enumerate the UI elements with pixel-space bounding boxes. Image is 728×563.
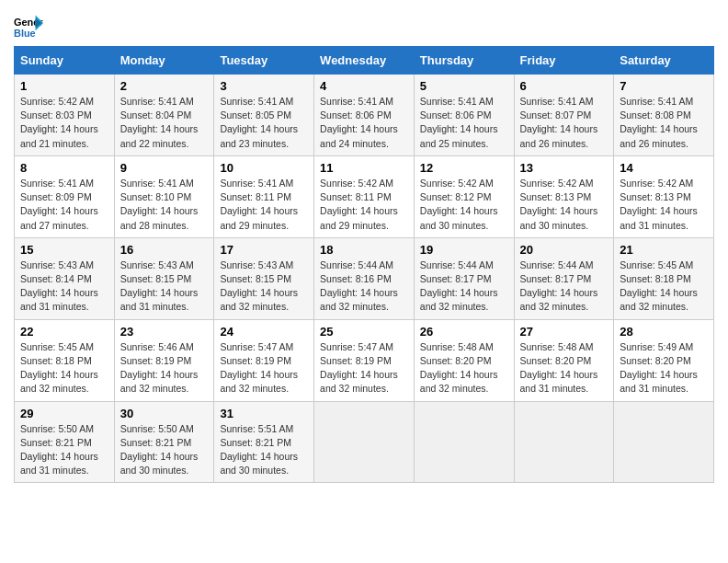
day-number: 13 <box>520 161 609 175</box>
day-number: 15 <box>20 243 108 257</box>
day-number: 11 <box>320 161 408 175</box>
day-cell-19: 19 Sunrise: 5:44 AMSunset: 8:17 PMDaylig… <box>414 237 514 319</box>
day-info: Sunrise: 5:41 AMSunset: 8:05 PMDaylight:… <box>220 96 298 149</box>
svg-text:Blue: Blue <box>14 28 36 39</box>
day-number: 27 <box>520 325 609 339</box>
day-number: 23 <box>120 325 209 339</box>
day-cell-1: 1 Sunrise: 5:42 AMSunset: 8:03 PMDayligh… <box>15 75 115 156</box>
day-info: Sunrise: 5:44 AMSunset: 8:17 PMDaylight:… <box>420 259 498 313</box>
day-number: 14 <box>620 161 708 175</box>
day-number: 7 <box>620 79 708 93</box>
day-info: Sunrise: 5:45 AMSunset: 8:18 PMDaylight:… <box>620 259 698 313</box>
day-info: Sunrise: 5:43 AMSunset: 8:15 PMDaylight:… <box>120 259 199 313</box>
header-day-sunday: Sunday <box>15 47 115 75</box>
day-info: Sunrise: 5:46 AMSunset: 8:19 PMDaylight:… <box>120 341 199 395</box>
day-info: Sunrise: 5:41 AMSunset: 8:07 PMDaylight:… <box>520 96 598 149</box>
day-info: Sunrise: 5:42 AMSunset: 8:13 PMDaylight:… <box>520 178 598 231</box>
day-cell-8: 8 Sunrise: 5:41 AMSunset: 8:09 PMDayligh… <box>15 155 115 237</box>
day-cell-16: 16 Sunrise: 5:43 AMSunset: 8:15 PMDaylig… <box>114 237 214 319</box>
header-day-tuesday: Tuesday <box>214 47 314 75</box>
day-number: 8 <box>20 161 108 175</box>
empty-cell <box>414 401 514 483</box>
day-info: Sunrise: 5:50 AMSunset: 8:21 PMDaylight:… <box>120 423 199 477</box>
day-number: 6 <box>520 79 609 93</box>
header: General Blue <box>14 9 714 40</box>
day-number: 19 <box>420 243 508 257</box>
day-number: 21 <box>620 243 708 257</box>
day-number: 20 <box>520 243 609 257</box>
day-cell-2: 2 Sunrise: 5:41 AMSunset: 8:04 PMDayligh… <box>114 75 214 156</box>
logo: General Blue <box>14 15 43 40</box>
header-day-saturday: Saturday <box>614 47 714 75</box>
header-day-friday: Friday <box>514 47 614 75</box>
day-info: Sunrise: 5:41 AMSunset: 8:04 PMDaylight:… <box>120 96 199 149</box>
day-cell-28: 28 Sunrise: 5:49 AMSunset: 8:20 PMDaylig… <box>614 319 714 401</box>
calendar-week-5: 29 Sunrise: 5:50 AMSunset: 8:21 PMDaylig… <box>15 401 714 483</box>
day-number: 10 <box>220 161 308 175</box>
day-number: 1 <box>20 79 108 93</box>
day-info: Sunrise: 5:49 AMSunset: 8:20 PMDaylight:… <box>620 341 698 395</box>
header-day-thursday: Thursday <box>414 47 514 75</box>
day-cell-17: 17 Sunrise: 5:43 AMSunset: 8:15 PMDaylig… <box>214 237 314 319</box>
day-cell-22: 22 Sunrise: 5:45 AMSunset: 8:18 PMDaylig… <box>15 319 115 401</box>
calendar-table: SundayMondayTuesdayWednesdayThursdayFrid… <box>14 46 714 483</box>
calendar-body: 1 Sunrise: 5:42 AMSunset: 8:03 PMDayligh… <box>15 75 714 483</box>
day-info: Sunrise: 5:43 AMSunset: 8:15 PMDaylight:… <box>220 259 298 313</box>
logo-icon: General Blue <box>14 15 43 40</box>
day-info: Sunrise: 5:51 AMSunset: 8:21 PMDaylight:… <box>220 423 298 477</box>
day-number: 2 <box>120 79 209 93</box>
day-info: Sunrise: 5:43 AMSunset: 8:14 PMDaylight:… <box>20 259 98 313</box>
day-cell-15: 15 Sunrise: 5:43 AMSunset: 8:14 PMDaylig… <box>15 237 115 319</box>
day-info: Sunrise: 5:41 AMSunset: 8:06 PMDaylight:… <box>320 96 398 149</box>
day-number: 24 <box>220 325 308 339</box>
day-info: Sunrise: 5:41 AMSunset: 8:10 PMDaylight:… <box>120 178 199 231</box>
day-cell-7: 7 Sunrise: 5:41 AMSunset: 8:08 PMDayligh… <box>614 75 714 156</box>
day-info: Sunrise: 5:42 AMSunset: 8:13 PMDaylight:… <box>620 178 698 231</box>
day-info: Sunrise: 5:41 AMSunset: 8:08 PMDaylight:… <box>620 96 698 149</box>
header-day-wednesday: Wednesday <box>314 47 415 75</box>
day-info: Sunrise: 5:47 AMSunset: 8:19 PMDaylight:… <box>320 341 398 395</box>
day-cell-26: 26 Sunrise: 5:48 AMSunset: 8:20 PMDaylig… <box>414 319 514 401</box>
day-cell-29: 29 Sunrise: 5:50 AMSunset: 8:21 PMDaylig… <box>15 401 115 483</box>
day-cell-9: 9 Sunrise: 5:41 AMSunset: 8:10 PMDayligh… <box>114 155 214 237</box>
empty-cell <box>614 401 714 483</box>
day-info: Sunrise: 5:45 AMSunset: 8:18 PMDaylight:… <box>20 341 98 395</box>
day-number: 16 <box>120 243 209 257</box>
day-cell-5: 5 Sunrise: 5:41 AMSunset: 8:06 PMDayligh… <box>414 75 514 156</box>
day-number: 25 <box>320 325 408 339</box>
day-cell-6: 6 Sunrise: 5:41 AMSunset: 8:07 PMDayligh… <box>514 75 614 156</box>
day-number: 28 <box>620 325 708 339</box>
day-cell-24: 24 Sunrise: 5:47 AMSunset: 8:19 PMDaylig… <box>214 319 314 401</box>
day-number: 26 <box>420 325 508 339</box>
day-cell-12: 12 Sunrise: 5:42 AMSunset: 8:12 PMDaylig… <box>414 155 514 237</box>
day-cell-21: 21 Sunrise: 5:45 AMSunset: 8:18 PMDaylig… <box>614 237 714 319</box>
day-info: Sunrise: 5:41 AMSunset: 8:06 PMDaylight:… <box>420 96 498 149</box>
day-cell-4: 4 Sunrise: 5:41 AMSunset: 8:06 PMDayligh… <box>314 75 415 156</box>
calendar-week-2: 8 Sunrise: 5:41 AMSunset: 8:09 PMDayligh… <box>15 155 714 237</box>
empty-cell <box>314 401 415 483</box>
day-number: 17 <box>220 243 308 257</box>
calendar-header: SundayMondayTuesdayWednesdayThursdayFrid… <box>15 47 714 75</box>
day-info: Sunrise: 5:41 AMSunset: 8:11 PMDaylight:… <box>220 178 298 231</box>
day-number: 9 <box>120 161 209 175</box>
calendar-week-4: 22 Sunrise: 5:45 AMSunset: 8:18 PMDaylig… <box>15 319 714 401</box>
day-number: 3 <box>220 79 308 93</box>
day-cell-23: 23 Sunrise: 5:46 AMSunset: 8:19 PMDaylig… <box>114 319 214 401</box>
empty-cell <box>514 401 614 483</box>
day-cell-14: 14 Sunrise: 5:42 AMSunset: 8:13 PMDaylig… <box>614 155 714 237</box>
day-number: 5 <box>420 79 508 93</box>
day-info: Sunrise: 5:50 AMSunset: 8:21 PMDaylight:… <box>20 423 98 477</box>
day-cell-18: 18 Sunrise: 5:44 AMSunset: 8:16 PMDaylig… <box>314 237 415 319</box>
day-cell-25: 25 Sunrise: 5:47 AMSunset: 8:19 PMDaylig… <box>314 319 415 401</box>
day-info: Sunrise: 5:42 AMSunset: 8:12 PMDaylight:… <box>420 178 498 231</box>
day-cell-13: 13 Sunrise: 5:42 AMSunset: 8:13 PMDaylig… <box>514 155 614 237</box>
day-number: 18 <box>320 243 408 257</box>
day-number: 29 <box>20 407 108 420</box>
day-number: 22 <box>20 325 108 339</box>
day-info: Sunrise: 5:48 AMSunset: 8:20 PMDaylight:… <box>520 341 598 395</box>
day-cell-27: 27 Sunrise: 5:48 AMSunset: 8:20 PMDaylig… <box>514 319 614 401</box>
day-cell-10: 10 Sunrise: 5:41 AMSunset: 8:11 PMDaylig… <box>214 155 314 237</box>
day-number: 31 <box>220 407 308 420</box>
header-day-monday: Monday <box>114 47 214 75</box>
day-info: Sunrise: 5:44 AMSunset: 8:16 PMDaylight:… <box>320 259 398 313</box>
